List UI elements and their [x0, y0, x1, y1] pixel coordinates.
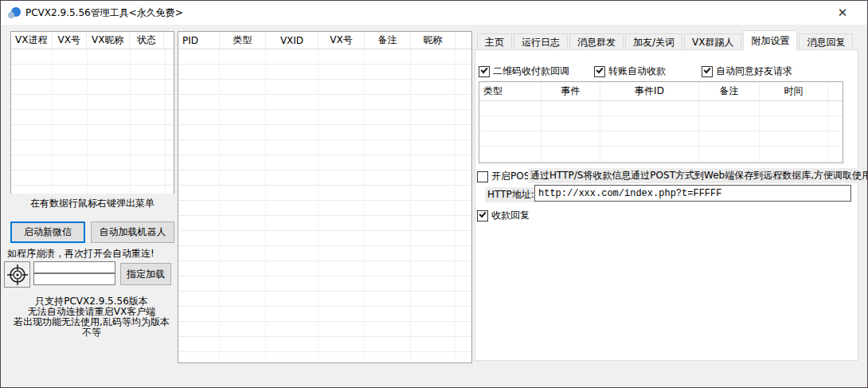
close-icon[interactable]: ✕: [824, 1, 861, 25]
crosshair-icon: [7, 265, 28, 285]
checkbox-icon: [702, 66, 713, 77]
grid-column: [319, 49, 365, 363]
checkbox-label: 二维码收付款回调: [493, 65, 569, 78]
vx-session-table-body: [11, 49, 174, 194]
tab-extra-settings[interactable]: 附加设置: [743, 30, 797, 50]
column-header: 类型: [220, 32, 266, 49]
column-header: 时间: [760, 82, 828, 100]
column-header: 类型: [479, 82, 542, 100]
event-table[interactable]: 类型 事件 事件ID 备注 时间: [479, 81, 843, 163]
column-header: 事件: [542, 82, 600, 100]
column-header: [828, 82, 841, 100]
target-input-2[interactable]: [33, 273, 115, 285]
enable-post-checkbox[interactable]: 开启POST: [477, 170, 536, 183]
column-header: 事件ID: [600, 82, 699, 100]
post-description: 通过HTTP/S将收款信息通过POST方式到Web端保存到远程数据库,方便调取使…: [528, 168, 868, 183]
context-menu-hint: 在有数据行鼠标右键弹出菜单: [6, 197, 179, 210]
grid-column: [365, 49, 411, 363]
column-header: PID: [178, 32, 220, 49]
checkbox-label: 收款回复: [491, 209, 530, 222]
payment-reply-checkbox[interactable]: 收款回复: [477, 209, 530, 222]
process-table-header: PID 类型 VXID VX号 备注 昵称: [178, 32, 471, 49]
title-bar: PCVX2.9.5.56管理工具<永久免费> ✕: [1, 1, 867, 25]
column-header: 状态: [130, 32, 165, 49]
column-header: VXID: [266, 32, 319, 49]
process-table[interactable]: PID 类型 VXID VX号 备注 昵称: [178, 31, 472, 363]
vx-session-table[interactable]: VX进程 VX号 VX昵称 状态: [10, 31, 174, 194]
app-window: PCVX2.9.5.56管理工具<永久免费> ✕ VX进程 VX号 VX昵称 状…: [0, 0, 868, 388]
column-header: [456, 32, 471, 49]
event-table-header: 类型 事件 事件ID 备注 时间: [479, 82, 843, 101]
tab-bar: 主页 运行日志 消息群发 加友/关词 VX群踢人 附加设置 消息回复: [477, 33, 854, 50]
column-header: [164, 32, 174, 49]
checkbox-icon: [479, 66, 490, 77]
vx-session-table-header: VX进程 VX号 VX昵称 状态: [11, 32, 174, 49]
tab-add-friend[interactable]: 加友/关词: [625, 33, 682, 50]
tab-message-reply[interactable]: 消息回复: [799, 33, 853, 50]
grid-column: [542, 101, 600, 163]
start-new-wechat-button[interactable]: 启动新微信: [10, 221, 85, 243]
http-address-input[interactable]: [534, 185, 851, 202]
checkbox-icon: [477, 210, 488, 221]
checkbox-label: 自动同意好友请求: [716, 65, 792, 78]
target-input-1[interactable]: [33, 261, 115, 273]
tab-group-kick[interactable]: VX群踢人: [684, 33, 741, 50]
http-address-label: HTTP地址:: [485, 187, 537, 202]
checkbox-icon: [594, 66, 605, 77]
grid-column: [53, 49, 88, 194]
checkbox-label: 转账自动收款: [608, 65, 666, 78]
qrcode-callback-checkbox[interactable]: 二维码收付款回调: [479, 65, 569, 78]
column-header: VX进程: [11, 32, 53, 49]
checkbox-icon: [477, 171, 488, 182]
autoload-robot-button[interactable]: 自动加载机器人: [91, 221, 174, 243]
grid-column: [88, 49, 131, 194]
version-note-line: 不等: [1, 327, 182, 338]
column-header: VX昵称: [87, 32, 129, 49]
column-header: 备注: [699, 82, 760, 100]
grid-column: [479, 101, 542, 163]
grid-column: [131, 49, 166, 194]
tab-home[interactable]: 主页: [477, 33, 512, 50]
column-header: 备注: [365, 32, 411, 49]
target-picker-button[interactable]: [4, 261, 30, 288]
grid-column: [220, 49, 266, 363]
crash-note: 如程序崩溃，再次打开会自动重连!: [7, 247, 154, 261]
grid-column: [11, 49, 53, 194]
process-table-body: [178, 49, 471, 363]
grid-column: [266, 49, 319, 363]
grid-column: [760, 101, 828, 163]
tab-run-log[interactable]: 运行日志: [514, 33, 568, 50]
grid-column: [699, 101, 760, 163]
column-header: VX号: [53, 32, 88, 49]
window-title: PCVX2.9.5.56管理工具<永久免费>: [25, 6, 183, 20]
app-logo-icon: [8, 6, 21, 19]
auto-collect-transfer-checkbox[interactable]: 转账自动收款: [594, 65, 666, 78]
event-table-body: [479, 101, 843, 163]
auto-accept-friend-checkbox[interactable]: 自动同意好友请求: [702, 65, 792, 78]
column-header: 昵称: [411, 32, 456, 49]
grid-column: [411, 49, 456, 363]
column-header: VX号: [319, 32, 365, 49]
grid-column: [600, 101, 699, 163]
tab-mass-message[interactable]: 消息群发: [569, 33, 624, 50]
grid-column: [178, 49, 220, 363]
load-specified-button[interactable]: 指定加载: [120, 263, 171, 285]
